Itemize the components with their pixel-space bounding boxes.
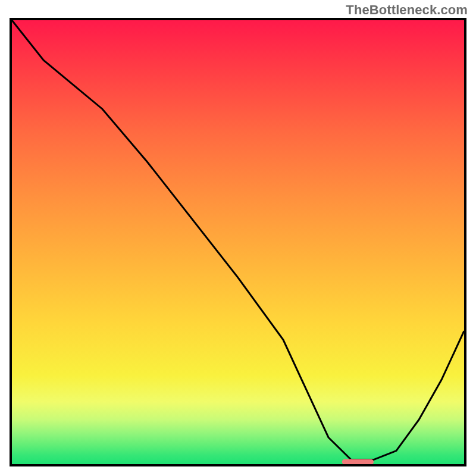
watermark-text: TheBottleneck.com: [346, 2, 468, 18]
bottleneck-curve: [12, 20, 464, 460]
optimal-range-marker: [342, 459, 374, 464]
stage: TheBottleneck.com: [0, 0, 476, 476]
plot-frame: [10, 18, 466, 466]
chart-svg: [12, 20, 464, 464]
